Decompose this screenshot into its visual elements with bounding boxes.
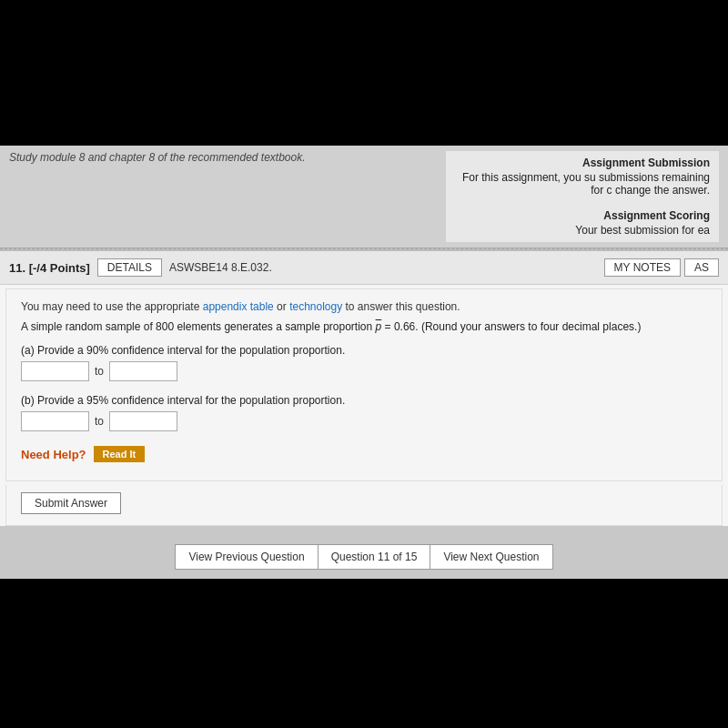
submit-section: Submit Answer [5, 485, 723, 526]
question-header: 11. [-/4 Points] DETAILS ASWSBE14 8.E.03… [0, 249, 728, 285]
my-notes-button[interactable]: MY NOTES [604, 258, 681, 277]
question-main-text: A simple random sample of 800 elements g… [21, 320, 707, 333]
sub-question-b-inputs: to [21, 411, 707, 431]
main-content: Study module 8 and chapter 8 of the reco… [0, 146, 728, 579]
page-indicator: Question 11 of 15 [318, 544, 431, 570]
sub-question-b: (b) Provide a 95% confidence interval fo… [21, 394, 707, 431]
top-black-bar [0, 0, 728, 146]
details-button[interactable]: DETAILS [97, 258, 162, 277]
right-buttons: MY NOTES AS [604, 258, 719, 277]
assignment-submission: Assignment Submission For this assignmen… [446, 151, 719, 242]
top-bar: Study module 8 and chapter 8 of the reco… [0, 146, 728, 248]
input-a-lower[interactable] [21, 361, 89, 381]
assignment-scoring-text: Your best submission for ea [455, 224, 710, 237]
question-code: ASWSBE14 8.E.032. [169, 261, 597, 274]
assignment-scoring-title: Assignment Scoring [455, 209, 710, 222]
sub-question-a-inputs: to [21, 361, 707, 381]
read-it-button[interactable]: Read It [94, 446, 146, 462]
input-b-upper[interactable] [109, 411, 177, 431]
sub-question-b-label: (b) Provide a 95% confidence interval fo… [21, 394, 707, 407]
view-next-button[interactable]: View Next Question [430, 544, 552, 570]
bottom-nav: View Previous Question Question 11 of 15… [0, 530, 728, 579]
technology-link[interactable]: technology [289, 300, 342, 313]
appendix-note: You may need to use the appropriate appe… [21, 300, 707, 313]
question-body: You may need to use the appropriate appe… [5, 288, 723, 481]
assignment-submission-title: Assignment Submission [455, 157, 710, 169]
sub-question-a: (a) Provide a 90% confidence interval fo… [21, 344, 707, 381]
top-bar-text: Study module 8 and chapter 8 of the reco… [9, 151, 306, 242]
input-a-upper[interactable] [109, 361, 177, 381]
sub-question-a-label: (a) Provide a 90% confidence interval fo… [21, 344, 707, 357]
p-hat: p [376, 320, 382, 333]
question-container: 11. [-/4 Points] DETAILS ASWSBE14 8.E.03… [0, 249, 728, 526]
input-b-lower[interactable] [21, 411, 89, 431]
to-label-b: to [95, 415, 104, 428]
as-button[interactable]: AS [684, 258, 719, 277]
submit-button[interactable]: Submit Answer [21, 492, 121, 514]
to-label-a: to [95, 365, 104, 378]
assignment-submission-text: For this assignment, you su submissions … [455, 171, 710, 197]
assignment-info: Assignment Submission For this assignmen… [446, 151, 719, 242]
view-previous-button[interactable]: View Previous Question [175, 544, 317, 570]
bottom-black-bar [0, 579, 728, 615]
question-number: 11. [-/4 Points] [9, 261, 90, 275]
appendix-table-link[interactable]: appendix table [203, 300, 274, 313]
need-help-label: Need Help? [21, 448, 86, 461]
need-help-section: Need Help? Read It [21, 446, 707, 462]
